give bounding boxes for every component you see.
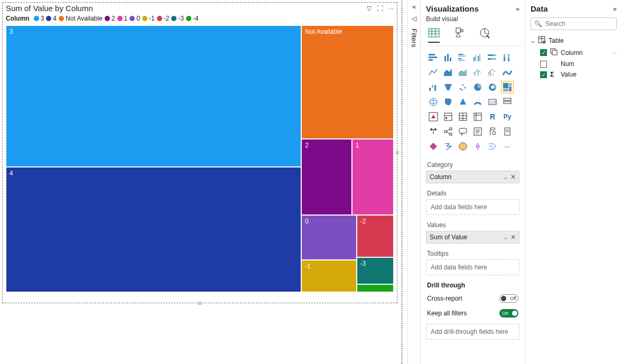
format-visual-tab[interactable] xyxy=(453,26,465,42)
goals-icon[interactable] xyxy=(486,125,499,138)
treemap-cell[interactable]: -1 xyxy=(301,260,356,292)
line-chart-icon[interactable] xyxy=(427,66,440,79)
legend-item[interactable]: 2 xyxy=(105,15,115,22)
key-influencers-icon[interactable] xyxy=(427,125,440,138)
filters-panel-collapsed[interactable]: « ◁ Filters xyxy=(407,0,420,364)
legend-item[interactable]: -1 xyxy=(142,15,155,22)
table-icon[interactable] xyxy=(457,110,469,123)
field-name: Num xyxy=(561,60,574,68)
field-row[interactable]: ✓ Σ Value xyxy=(531,69,617,80)
field-checkbox[interactable] xyxy=(540,61,547,68)
legend-item[interactable]: 3 xyxy=(34,15,44,22)
treemap-cell[interactable]: 2 xyxy=(301,139,351,215)
sankey-icon[interactable] xyxy=(486,140,499,153)
card-icon[interactable]: 123 xyxy=(486,96,499,108)
qa-visual-icon[interactable] xyxy=(457,125,469,138)
legend-item[interactable]: -3 xyxy=(171,15,184,22)
chevron-down-icon[interactable]: ⌵ xyxy=(504,234,507,241)
legend-item[interactable]: -4 xyxy=(186,15,199,22)
paginated-report-icon[interactable] xyxy=(501,125,514,138)
collapse-data-panel-icon[interactable]: » xyxy=(613,5,617,13)
collapse-viz-panel-icon[interactable]: » xyxy=(516,5,519,13)
table-node[interactable]: ⌵ Table xyxy=(531,34,617,46)
data-panel-title: Data xyxy=(531,4,548,13)
focus-mode-icon[interactable]: ⛶ xyxy=(377,5,383,12)
treemap-cell[interactable]: 3 xyxy=(6,25,301,167)
stacked-area-icon[interactable] xyxy=(457,66,469,79)
waterfall-icon[interactable] xyxy=(427,81,440,94)
legend-item[interactable]: -2 xyxy=(157,15,170,22)
gauge-icon[interactable] xyxy=(471,96,484,108)
100-stacked-column-icon[interactable] xyxy=(501,51,514,64)
stacked-bar-icon[interactable] xyxy=(427,51,440,64)
clustered-bar-icon[interactable] xyxy=(457,51,469,64)
more-options-icon[interactable]: ··· xyxy=(388,5,394,12)
treemap-cell[interactable]: 0 xyxy=(301,215,356,260)
filters-funnel-icon[interactable]: ◁ xyxy=(412,15,416,22)
treemap-icon[interactable] xyxy=(501,81,514,94)
sigma-icon: Σ xyxy=(550,71,558,78)
treemap-cell[interactable]: -2 xyxy=(357,215,394,258)
kpi-icon[interactable] xyxy=(427,110,440,123)
smart-narrative-icon[interactable] xyxy=(471,125,484,138)
expand-filters-icon[interactable]: « xyxy=(412,3,416,11)
treemap-cell[interactable]: Not Available xyxy=(301,25,394,139)
svg-rect-13 xyxy=(447,54,449,61)
funnel-icon[interactable] xyxy=(442,81,454,94)
build-visual-tab[interactable] xyxy=(428,26,440,43)
field-search[interactable]: 🔍 xyxy=(531,17,617,30)
power-apps-icon[interactable] xyxy=(427,140,440,153)
area-chart-icon[interactable] xyxy=(442,66,454,79)
analytics-tab[interactable] xyxy=(479,26,490,42)
map-icon[interactable] xyxy=(427,96,440,108)
arcgis-icon[interactable] xyxy=(457,140,469,153)
report-canvas[interactable]: ▽ ⛶ ··· Sum of Value by Column Column 3 … xyxy=(0,0,407,364)
filled-map-icon[interactable] xyxy=(442,96,454,108)
values-field-well[interactable]: Sum of Value⌵✕ xyxy=(426,231,519,244)
field-row[interactable]: Num xyxy=(531,59,617,69)
sparkline-icon[interactable] xyxy=(471,140,484,153)
category-field-well[interactable]: Column⌵✕ xyxy=(426,171,519,183)
legend-item[interactable]: 4 xyxy=(46,15,57,22)
legend-item[interactable]: Not Available xyxy=(59,15,103,22)
decomposition-tree-icon[interactable] xyxy=(442,125,454,138)
stacked-column-icon[interactable] xyxy=(442,51,454,64)
line-clustered-column-icon[interactable] xyxy=(486,66,499,79)
filter-icon[interactable]: ▽ xyxy=(367,5,372,12)
python-visual-icon[interactable]: Py xyxy=(501,110,514,123)
legend-item[interactable]: 1 xyxy=(117,15,128,22)
donut-icon[interactable] xyxy=(486,81,499,94)
clustered-column-icon[interactable] xyxy=(471,51,484,64)
search-input[interactable] xyxy=(545,20,613,27)
matrix-icon[interactable] xyxy=(471,110,484,123)
line-stacked-column-icon[interactable] xyxy=(471,66,484,79)
r-visual-icon[interactable]: R xyxy=(486,110,499,123)
power-automate-icon[interactable] xyxy=(442,140,454,153)
multi-row-card-icon[interactable] xyxy=(501,96,514,108)
100-stacked-bar-icon[interactable] xyxy=(486,51,499,64)
treemap-visual[interactable]: ▽ ⛶ ··· Sum of Value by Column Column 3 … xyxy=(2,2,397,303)
treemap-cell[interactable]: -3 xyxy=(357,257,394,284)
field-checkbox[interactable]: ✓ xyxy=(540,71,547,78)
azure-map-icon[interactable] xyxy=(457,96,469,108)
field-checkbox[interactable]: ✓ xyxy=(540,49,547,56)
field-more-icon[interactable]: ··· xyxy=(611,49,617,57)
details-field-well[interactable]: Add data fields here xyxy=(426,199,519,215)
drill-through-field-well[interactable]: Add drill-through fields here xyxy=(426,324,519,340)
tooltips-field-well[interactable]: Add data fields here xyxy=(426,259,519,275)
slicer-icon[interactable] xyxy=(442,110,454,123)
treemap-cell[interactable] xyxy=(357,284,394,292)
get-more-visuals-icon[interactable]: ··· xyxy=(501,140,514,153)
field-row[interactable]: ✓ Column ··· xyxy=(531,46,617,59)
ribbon-chart-icon[interactable] xyxy=(501,66,514,79)
legend-item[interactable]: 0 xyxy=(129,15,140,22)
remove-field-icon[interactable]: ✕ xyxy=(510,173,516,181)
treemap-cell[interactable]: 1 xyxy=(352,139,394,215)
chevron-down-icon[interactable]: ⌵ xyxy=(504,173,507,181)
cross-report-toggle[interactable]: Off xyxy=(499,294,518,303)
remove-field-icon[interactable]: ✕ xyxy=(510,234,516,241)
scatter-icon[interactable] xyxy=(457,81,469,94)
pie-icon[interactable] xyxy=(471,81,484,94)
keep-filters-toggle[interactable]: On xyxy=(499,309,518,318)
treemap-cell[interactable]: 4 xyxy=(6,167,301,292)
